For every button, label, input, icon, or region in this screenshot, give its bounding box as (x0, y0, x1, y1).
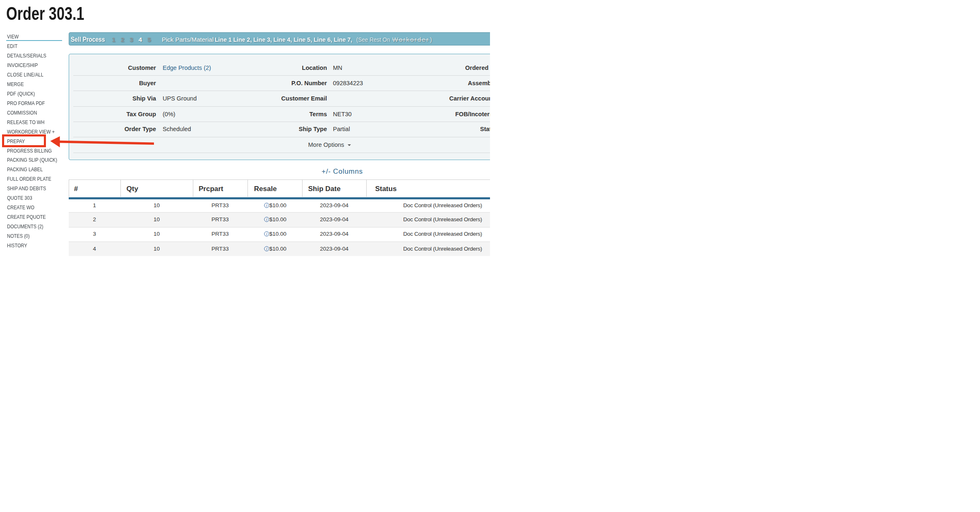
svg-text:i: i (266, 203, 267, 208)
svg-text:i: i (266, 246, 267, 251)
svg-text:i: i (266, 217, 267, 221)
svg-text:i: i (266, 232, 267, 236)
